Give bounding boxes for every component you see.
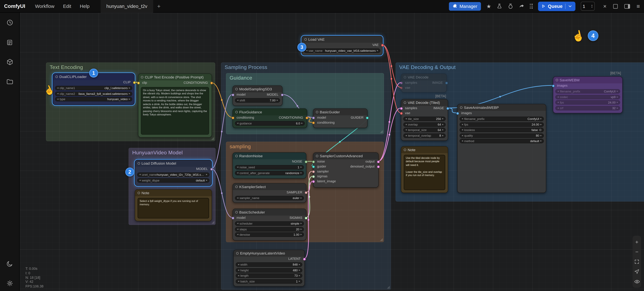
- widget-quality[interactable]: ◂quality80▸: [460, 133, 544, 138]
- workflows-folder-icon[interactable]: [6, 78, 13, 85]
- widget-fps[interactable]: ◂fps24.00▸: [555, 100, 620, 105]
- decrement-arrow-icon[interactable]: ◂: [462, 134, 463, 137]
- chevron-down-icon[interactable]: [568, 4, 572, 8]
- output-port-denoised_output[interactable]: [377, 165, 380, 168]
- output-port-CONDITIONING[interactable]: [306, 116, 308, 119]
- decrement-arrow-icon[interactable]: ◂: [237, 197, 238, 200]
- star-icon[interactable]: ★: [486, 3, 491, 9]
- widget-sampler_name[interactable]: ◂sampler_nameeuler▸: [235, 196, 304, 200]
- increment-arrow-icon[interactable]: ▸: [302, 122, 303, 125]
- increment-arrow-icon[interactable]: ▸: [617, 96, 618, 98]
- decrement-arrow-icon[interactable]: ◂: [405, 118, 406, 120]
- increment-arrow-icon[interactable]: ▸: [442, 134, 444, 137]
- decrement-arrow-icon[interactable]: ◂: [306, 49, 307, 52]
- widget-noise_seed[interactable]: ◂noise_seed1▸: [235, 165, 304, 170]
- node-vaedecodetiled[interactable]: VAE Decode (Tiled)samplesvaeIMAGE◂tile_s…: [401, 99, 448, 141]
- node-title-bar[interactable]: Load Diffusion Model: [135, 160, 212, 167]
- input-port-noise[interactable]: [312, 160, 315, 163]
- widget-clip_name2[interactable]: ◂clip_name2llava_llama3_fp8_scaled.safet…: [55, 91, 132, 96]
- widget-filename_prefix[interactable]: ◂filename_prefixComfyUI▸: [555, 89, 620, 94]
- widget-filename_prefix[interactable]: ◂filename_prefixComfyUI▸: [460, 116, 544, 121]
- decrement-arrow-icon[interactable]: ◂: [237, 172, 238, 174]
- increment-arrow-icon[interactable]: ▸: [300, 172, 302, 174]
- output-port-output[interactable]: [377, 160, 380, 163]
- increment-arrow-icon[interactable]: ▸: [129, 92, 130, 95]
- flask-icon[interactable]: [496, 3, 502, 9]
- decrement-arrow-icon[interactable]: ◂: [557, 96, 558, 98]
- output-port-VAE[interactable]: [381, 44, 384, 46]
- close-icon[interactable]: ×: [603, 3, 606, 10]
- input-port-model[interactable]: [232, 217, 234, 220]
- node-title-bar[interactable]: Note: [401, 147, 448, 153]
- widget-fps[interactable]: ◂fps24.00▸: [460, 122, 544, 127]
- increment-arrow-icon[interactable]: ▸: [299, 269, 300, 272]
- input-port-latent_image[interactable]: [312, 180, 315, 183]
- increment-arrow-icon[interactable]: ▸: [617, 106, 618, 109]
- increment-arrow-icon[interactable]: ▸: [300, 222, 302, 225]
- widget-crf[interactable]: ◂crf32▸: [555, 106, 620, 110]
- widget-weight_dtype[interactable]: ◂weight_dtypedefault▸: [137, 178, 210, 182]
- widget-length[interactable]: ◂length73▸: [236, 274, 302, 278]
- node-saveanimatedwebp[interactable]: SaveAnimatedWEBPimages◂filename_prefixCo…: [457, 104, 546, 193]
- collapse-dot-icon[interactable]: [235, 88, 238, 90]
- node-basicguider[interactable]: BasicGuidermodelconditioningGUIDER: [313, 108, 368, 128]
- node-title-bar[interactable]: CLIP Text Encode (Positive Prompt): [138, 74, 212, 80]
- widget-method[interactable]: ◂methoddefault▸: [460, 139, 544, 143]
- node-emptyhunyuanlatentvideo[interactable]: EmptyHunyuanLatentVideoLATENT◂width848▸◂…: [233, 250, 305, 287]
- widget-temporal_overlap[interactable]: ◂temporal_overlap8▸: [404, 133, 446, 138]
- decrement-arrow-icon[interactable]: ◂: [557, 101, 558, 104]
- widget-scheduler[interactable]: ◂schedulersimple▸: [235, 221, 304, 226]
- output-port-MODEL[interactable]: [210, 168, 213, 170]
- input-port-images[interactable]: [552, 84, 554, 87]
- input-port-images[interactable]: [456, 112, 459, 115]
- collapse-dot-icon[interactable]: [404, 76, 406, 78]
- increment-arrow-icon[interactable]: ▸: [442, 123, 444, 126]
- output-port-SAMPLER[interactable]: [305, 191, 307, 194]
- decrement-arrow-icon[interactable]: ◂: [237, 99, 238, 102]
- increment-arrow-icon[interactable]: ▸: [300, 233, 302, 236]
- decrement-arrow-icon[interactable]: ◂: [405, 123, 406, 126]
- input-port-guider[interactable]: [312, 165, 315, 168]
- batch-count-input[interactable]: 1 ▴▾: [581, 2, 594, 10]
- decrement-arrow-icon[interactable]: ◂: [237, 122, 238, 125]
- decrement-arrow-icon[interactable]: ◂: [238, 263, 239, 266]
- theme-moon-icon[interactable]: [6, 260, 13, 267]
- increment-arrow-icon[interactable]: ▸: [540, 118, 542, 120]
- output-port-GUIDER[interactable]: [366, 116, 369, 119]
- decrement-arrow-icon[interactable]: ◂: [238, 269, 239, 272]
- increment-arrow-icon[interactable]: ▸: [206, 179, 207, 182]
- node-title-bar[interactable]: Load VAE: [302, 36, 382, 43]
- node-title-bar[interactable]: VAE Decode (Tiled): [401, 99, 448, 106]
- increment-arrow-icon[interactable]: ▸: [540, 123, 542, 126]
- increment-arrow-icon[interactable]: ▸: [300, 228, 302, 230]
- collapse-dot-icon[interactable]: [141, 76, 143, 78]
- menu-edit[interactable]: Edit: [63, 4, 71, 9]
- zoom-in-icon[interactable]: +: [634, 239, 640, 245]
- collapse-dot-icon[interactable]: [316, 155, 318, 157]
- widget-unet_name[interactable]: ◂unet_namehunyuan_video_t2v_720p_bf16.sa…: [137, 172, 210, 177]
- input-port-vae[interactable]: [400, 86, 403, 89]
- decrement-arrow-icon[interactable]: ◂: [57, 87, 58, 90]
- node-savewebm[interactable]: SaveWEBMimages◂filename_prefixComfyUI▸◂c…: [553, 76, 622, 113]
- widget-width[interactable]: ◂width848▸: [236, 262, 302, 267]
- input-port-model[interactable]: [232, 94, 234, 96]
- decrement-arrow-icon[interactable]: ◂: [237, 228, 238, 230]
- queue-button[interactable]: Queue: [538, 2, 575, 11]
- node-textarea[interactable]: Use the tiled decode node by default bec…: [404, 155, 445, 190]
- input-port-clip[interactable]: [137, 82, 140, 84]
- graph-canvas[interactable]: Text EncodingHunyuanVideo ModelSampling …: [20, 13, 644, 291]
- output-port-IMAGE[interactable]: [446, 107, 449, 110]
- widget-steps[interactable]: ◂steps20▸: [235, 227, 304, 231]
- node-cliptextencode[interactable]: CLIP Text Encode (Positive Prompt)clipCO…: [138, 74, 212, 138]
- collapse-dot-icon[interactable]: [304, 38, 306, 40]
- node-title-bar[interactable]: Note: [135, 190, 212, 196]
- increment-arrow-icon[interactable]: ▸: [299, 280, 300, 283]
- collapse-dot-icon[interactable]: [138, 192, 140, 194]
- widget-batch_size[interactable]: ◂batch_size1▸: [236, 279, 302, 284]
- menu-workflow[interactable]: Workflow: [35, 4, 54, 9]
- input-port-samples[interactable]: [400, 82, 403, 84]
- increment-arrow-icon[interactable]: ▸: [442, 118, 444, 120]
- node-title-bar[interactable]: SaveWEBM: [553, 77, 622, 84]
- panel-toggle-icon[interactable]: [624, 4, 630, 8]
- output-port-SIGMAS[interactable]: [305, 217, 307, 220]
